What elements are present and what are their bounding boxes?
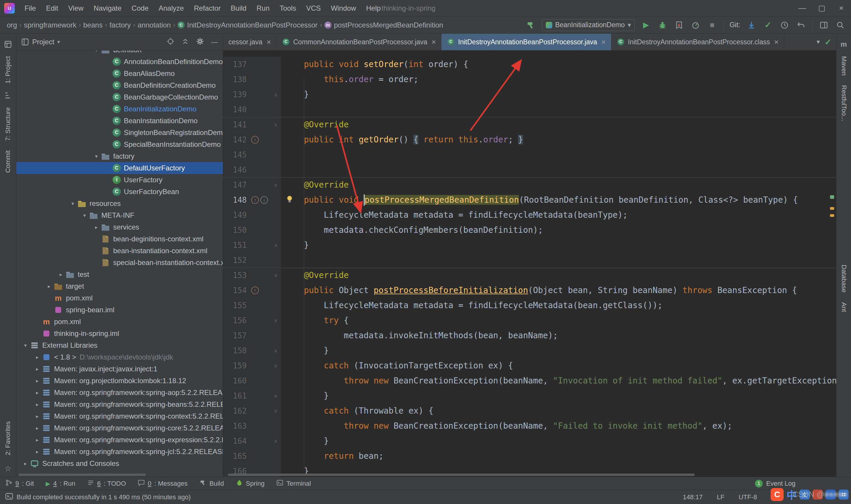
sidebar-item-database[interactable]: Database (840, 265, 848, 292)
code-line-149[interactable]: 149 LifecycleMetadata metadata = findLif… (223, 208, 836, 222)
menu-item-file[interactable]: File (19, 4, 41, 13)
scrollbar-thumb[interactable] (19, 473, 146, 476)
tree-item[interactable]: CBeanInitializationDemo (16, 103, 223, 115)
project-horizontal-scrollbar[interactable] (16, 473, 223, 477)
code-line-141[interactable]: 141∨ @Override (223, 117, 836, 132)
menu-item-build[interactable]: Build (226, 4, 251, 13)
menu-item-edit[interactable]: Edit (41, 4, 63, 13)
project-tool-icon[interactable] (4, 40, 12, 49)
overridden-gutter-icon[interactable]: ↓ (260, 196, 268, 204)
code-line-151[interactable]: 151∧ } (223, 237, 836, 253)
history-icon[interactable] (779, 20, 790, 31)
toolwindow-button-todo[interactable]: 6: TODO (87, 479, 126, 488)
toolwindow-button-spring[interactable]: Spring (236, 479, 265, 488)
tree-item[interactable]: ▸Maven: org.springframework:spring-core:… (16, 422, 223, 434)
menu-item-view[interactable]: View (63, 4, 89, 13)
profiler-button[interactable] (690, 20, 701, 31)
tree-expand-icon[interactable]: ▸ (33, 449, 42, 455)
editor-tab[interactable]: CInitDestroyAnnotationBeanPostProcessor.… (611, 34, 784, 50)
breadcrumb-org[interactable]: org (5, 21, 19, 29)
tree-item[interactable]: bean-instantiation-context.xml (16, 245, 223, 257)
tree-expand-icon[interactable]: ▾ (80, 212, 89, 219)
tab-close-icon[interactable]: × (774, 37, 779, 47)
tree-expand-icon[interactable]: ▸ (92, 224, 101, 230)
editor-tab[interactable]: CInitDestroyAnnotationBeanPostProcessor.… (441, 34, 611, 50)
tree-item[interactable]: ▸Maven: org.springframework:spring-expre… (16, 434, 223, 446)
tree-item[interactable]: ▸test (16, 269, 223, 281)
tree-item[interactable]: CBeanDefinitionCreationDemo (16, 79, 223, 91)
git-commit-icon[interactable]: ✓ (763, 20, 773, 31)
fold-marker-icon[interactable]: ∨ (270, 117, 281, 132)
tree-item[interactable]: CSingletonBeanRegistrationDemo (16, 127, 223, 139)
tree-item[interactable]: ▸Maven: org.springframework:spring-beans… (16, 398, 223, 410)
fold-marker-icon[interactable]: ∧ (270, 87, 281, 102)
tree-item[interactable]: CUserFactoryBean (16, 186, 223, 198)
toolwindow-button-build[interactable]: Build (199, 479, 224, 488)
tree-expand-icon[interactable]: ▸ (56, 271, 65, 278)
sidebar-item-commit[interactable]: Commit (4, 150, 12, 173)
sidebar-item-restfultool[interactable]: RestfulToo... (840, 85, 848, 121)
tree-item[interactable]: bean-deginitions-context.xml (16, 233, 223, 245)
tree-item[interactable]: thinking-in-spring.iml (16, 328, 223, 339)
structure-tool-icon[interactable] (4, 91, 12, 100)
run-config-selector[interactable]: BeanInitializationDemo ▾ (542, 19, 635, 31)
fold-marker-icon[interactable]: ∨ (270, 358, 281, 373)
fold-marker-icon[interactable]: ∧ (270, 433, 281, 448)
tree-expand-icon[interactable]: ▸ (33, 354, 42, 360)
sidebar-item-maven[interactable]: Maven (840, 56, 848, 76)
breadcrumb-factory[interactable]: factory (108, 21, 132, 29)
code-line-158[interactable]: 158∧ } (223, 343, 836, 358)
code-line-140[interactable]: 140 (223, 102, 836, 117)
coverage-button[interactable] (674, 20, 684, 31)
breadcrumb-springframework[interactable]: springframework (22, 21, 78, 29)
tree-expand-icon[interactable]: ▸ (44, 283, 53, 289)
tree-expand-icon[interactable]: ▸ (33, 366, 42, 372)
editor-tab[interactable]: CCommonAnnotationBeanPostProcessor.java× (276, 34, 441, 50)
toolwindow-button-run[interactable]: ▶4: Run (46, 480, 75, 487)
tree-item[interactable]: ▾META-INF (16, 210, 223, 221)
menu-item-run[interactable]: Run (251, 4, 274, 13)
code-line-150[interactable]: 150 metadata.checkConfigMembers(beanDefi… (223, 222, 836, 237)
tree-item[interactable]: CBeanGarbageCollectionDemo (16, 91, 223, 103)
file-encoding[interactable]: UTF-8 (739, 493, 757, 501)
tree-item[interactable]: IUserFactory (16, 174, 223, 186)
override-gutter-icon[interactable]: ↑ (251, 287, 259, 294)
toolwindow-button-terminal[interactable]: Terminal (276, 479, 311, 488)
tree-item[interactable]: ▸Maven: javax.inject:javax.inject:1 (16, 363, 223, 375)
code-line-156[interactable]: 156∨ try { (223, 313, 836, 328)
intention-bulb-icon[interactable] (286, 195, 293, 205)
project-panel-title[interactable]: Project (32, 38, 54, 46)
fold-marker-icon[interactable]: ∧ (270, 343, 281, 358)
toolwindow-button-git[interactable]: 9: Git (5, 479, 34, 488)
code-line-146[interactable]: 146 (223, 162, 836, 177)
tree-item[interactable]: ▸Maven: org.springframework:spring-aop:5… (16, 387, 223, 398)
code-line-157[interactable]: 157 metadata.invokeInitMethods(bean, bea… (223, 328, 836, 343)
code-line-155[interactable]: 155 LifecycleMetadata metadata = findLif… (223, 298, 836, 313)
debug-button[interactable] (657, 20, 668, 31)
collapse-all-icon[interactable] (181, 37, 189, 47)
tree-item[interactable]: CBeanInstantiationDemo (16, 115, 223, 127)
tree-expand-icon[interactable]: ▾ (92, 153, 101, 160)
background-tasks-icon[interactable] (5, 492, 13, 502)
scrollbar-thumb[interactable] (228, 473, 695, 476)
code-line-138[interactable]: 138 this.order = order; (223, 72, 836, 87)
tree-item[interactable]: CDefaultUserFactory (16, 162, 223, 174)
line-ending[interactable]: LF (717, 493, 725, 501)
close-button[interactable]: × (832, 0, 851, 17)
menu-item-analyze[interactable]: Analyze (153, 4, 189, 13)
tree-item[interactable]: ▸target (16, 281, 223, 292)
stripe-mark-yellow[interactable] (830, 214, 834, 217)
fold-marker-icon[interactable]: ∨ (270, 403, 281, 418)
menu-item-navigate[interactable]: Navigate (89, 4, 127, 13)
hide-panel-icon[interactable]: — (211, 38, 218, 46)
tree-expand-icon[interactable]: ▸ (33, 390, 42, 396)
tree-expand-icon[interactable]: ▸ (21, 461, 30, 467)
tree-expand-icon[interactable]: ▾ (21, 342, 30, 348)
code-line-162[interactable]: 162∨ catch (Throwable ex) { (223, 403, 836, 418)
code-line-153[interactable]: 153∨ @Override (223, 268, 836, 283)
sidebar-item-favorites[interactable]: 2: Favorites (4, 421, 12, 455)
menu-item-window[interactable]: Window (326, 4, 361, 13)
code-line-147[interactable]: 147∨ @Override (223, 177, 836, 192)
tree-item[interactable]: mpom.xml (16, 316, 223, 328)
code-line-164[interactable]: 164∧ } (223, 433, 836, 448)
